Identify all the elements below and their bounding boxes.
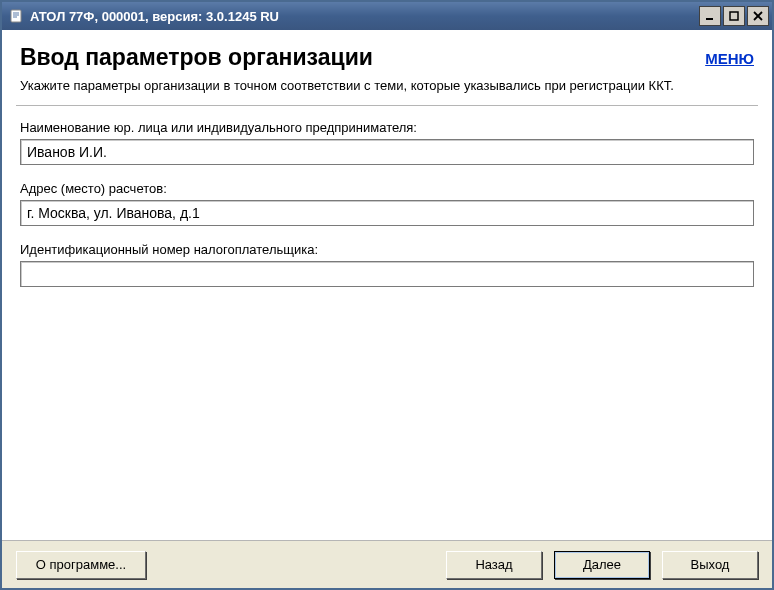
svg-rect-5 bbox=[730, 12, 738, 20]
page-title: Ввод параметров организации bbox=[20, 44, 373, 71]
titlebar: АТОЛ 77Ф, 000001, версия: 3.0.1245 RU bbox=[2, 2, 772, 30]
app-icon bbox=[8, 8, 24, 24]
client-area: Ввод параметров организации МЕНЮ Укажите… bbox=[2, 30, 772, 588]
exit-button[interactable]: Выход bbox=[662, 551, 758, 579]
menu-link[interactable]: МЕНЮ bbox=[705, 50, 754, 67]
field-inn: Идентификационный номер налогоплательщик… bbox=[20, 242, 754, 287]
app-window: АТОЛ 77Ф, 000001, версия: 3.0.1245 RU Вв… bbox=[0, 0, 774, 590]
inn-input[interactable] bbox=[20, 261, 754, 287]
about-button[interactable]: О программе... bbox=[16, 551, 146, 579]
org-name-label: Наименование юр. лица или индивидуальног… bbox=[20, 120, 754, 135]
back-button[interactable]: Назад bbox=[446, 551, 542, 579]
field-address: Адрес (место) расчетов: bbox=[20, 181, 754, 226]
org-name-input[interactable] bbox=[20, 139, 754, 165]
minimize-button[interactable] bbox=[699, 6, 721, 26]
form: Наименование юр. лица или индивидуальног… bbox=[2, 106, 772, 303]
next-button[interactable]: Далее bbox=[554, 551, 650, 579]
svg-rect-0 bbox=[11, 10, 21, 22]
page-subtitle: Укажите параметры организации в точном с… bbox=[2, 71, 772, 105]
button-bar: О программе... Назад Далее Выход bbox=[2, 540, 772, 588]
inn-label: Идентификационный номер налогоплательщик… bbox=[20, 242, 754, 257]
address-label: Адрес (место) расчетов: bbox=[20, 181, 754, 196]
window-title: АТОЛ 77Ф, 000001, версия: 3.0.1245 RU bbox=[30, 9, 699, 24]
address-input[interactable] bbox=[20, 200, 754, 226]
window-controls bbox=[699, 6, 769, 26]
close-button[interactable] bbox=[747, 6, 769, 26]
maximize-button[interactable] bbox=[723, 6, 745, 26]
field-org-name: Наименование юр. лица или индивидуальног… bbox=[20, 120, 754, 165]
